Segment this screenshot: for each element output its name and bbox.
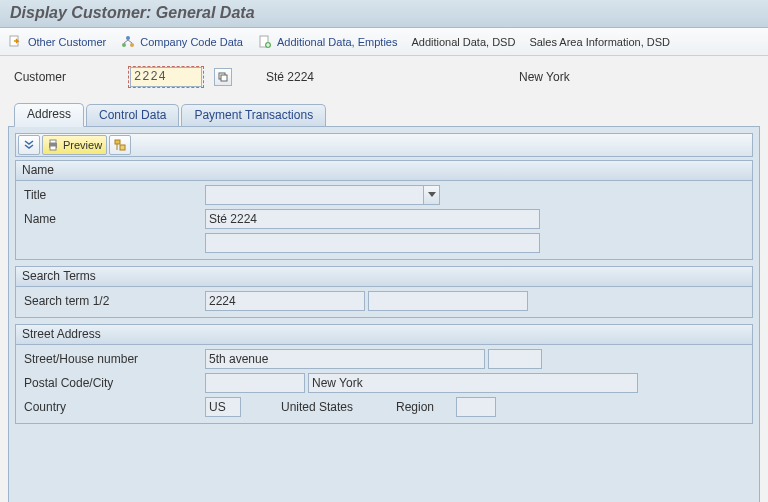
page-title: Display Customer: General Data	[0, 0, 768, 28]
house-number-input[interactable]	[488, 349, 542, 369]
postal-code-input[interactable]	[205, 373, 305, 393]
other-customer-label: Other Customer	[28, 36, 106, 48]
tab-control-data[interactable]: Control Data	[86, 104, 179, 126]
svg-rect-11	[115, 140, 120, 144]
city-input[interactable]	[308, 373, 638, 393]
customer-number-input[interactable]	[130, 67, 202, 87]
tab-address[interactable]: Address	[14, 103, 84, 127]
panel-toolbar: Preview	[15, 133, 753, 157]
preview-button[interactable]: Preview	[42, 135, 107, 155]
additional-data-empties-label: Additional Data, Empties	[277, 36, 397, 48]
svg-rect-9	[50, 140, 56, 143]
name-label: Name	[20, 212, 205, 226]
svg-point-3	[130, 43, 134, 47]
international-versions-button[interactable]	[109, 135, 131, 155]
street-label: Street/House number	[20, 352, 205, 366]
street-input[interactable]	[205, 349, 485, 369]
group-street-heading: Street Address	[16, 325, 752, 345]
additional-data-dsd-button[interactable]: Additional Data, DSD	[411, 36, 515, 48]
group-name-heading: Name	[16, 161, 752, 181]
additional-data-dsd-label: Additional Data, DSD	[411, 36, 515, 48]
svg-rect-12	[120, 145, 125, 150]
customer-label: Customer	[10, 70, 120, 84]
country-code-input[interactable]	[205, 397, 241, 417]
svg-rect-7	[221, 75, 227, 81]
focused-field-marker	[128, 66, 204, 88]
hierarchy-icon	[120, 34, 136, 50]
print-icon	[47, 139, 59, 151]
additional-data-empties-button[interactable]: Additional Data, Empties	[257, 34, 397, 50]
search-term1-input[interactable]	[205, 291, 365, 311]
country-label: Country	[20, 400, 205, 414]
customer-search-help-button[interactable]	[214, 68, 232, 86]
preview-label: Preview	[63, 139, 102, 151]
region-input[interactable]	[456, 397, 496, 417]
svg-point-2	[122, 43, 126, 47]
region-label: Region	[396, 400, 456, 414]
tab-payment-transactions[interactable]: Payment Transactions	[181, 104, 326, 126]
group-search-terms: Search Terms Search term 1/2	[15, 266, 753, 318]
name2-input[interactable]	[205, 233, 540, 253]
expand-button[interactable]	[18, 135, 40, 155]
tab-panel-address: Preview Name Title	[8, 126, 760, 502]
title-dropdown[interactable]	[205, 185, 440, 205]
app-toolbar: Other Customer Company Code Data Additio…	[0, 28, 768, 56]
group-name: Name Title Name	[15, 160, 753, 260]
document-add-icon	[257, 34, 273, 50]
chevrons-down-icon	[23, 140, 35, 150]
chevron-down-icon	[423, 186, 439, 204]
f4-icon	[218, 72, 228, 82]
name-input[interactable]	[205, 209, 540, 229]
company-code-data-label: Company Code Data	[140, 36, 243, 48]
header-row: Customer Sté 2224 New York	[0, 56, 768, 102]
company-code-data-button[interactable]: Company Code Data	[120, 34, 243, 50]
page-next-icon	[8, 34, 24, 50]
svg-rect-10	[50, 146, 56, 150]
svg-point-1	[126, 36, 130, 40]
postal-city-label: Postal Code/City	[20, 376, 205, 390]
customer-city-display: New York	[519, 70, 570, 84]
tab-strip: Address Control Data Payment Transaction…	[8, 102, 760, 126]
search-term2-input[interactable]	[368, 291, 528, 311]
sales-area-info-dsd-label: Sales Area Information, DSD	[529, 36, 670, 48]
globe-flag-icon	[114, 139, 126, 151]
customer-name-display: Sté 2224	[266, 70, 511, 84]
group-street-address: Street Address Street/House number Posta…	[15, 324, 753, 424]
search-term-label: Search term 1/2	[20, 294, 205, 308]
sales-area-info-dsd-button[interactable]: Sales Area Information, DSD	[529, 36, 670, 48]
other-customer-button[interactable]: Other Customer	[8, 34, 106, 50]
country-name-display: United States	[281, 400, 396, 414]
group-search-heading: Search Terms	[16, 267, 752, 287]
title-label: Title	[20, 188, 205, 202]
